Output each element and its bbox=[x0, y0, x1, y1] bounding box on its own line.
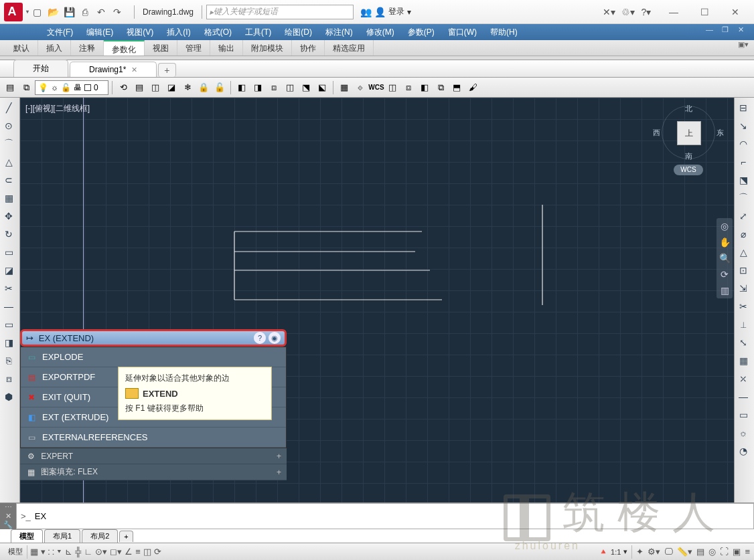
layer-dropdown[interactable]: 💡 ☼ 🔓 🖶 0 bbox=[35, 80, 108, 95]
maximize-button[interactable]: ☐ bbox=[690, 3, 719, 21]
ribbon-toggle-icon[interactable]: ▣▾ bbox=[733, 40, 754, 56]
otrack-icon[interactable]: ∠ bbox=[125, 547, 133, 557]
help-icon[interactable]: ?▾ bbox=[640, 7, 652, 17]
app-logo[interactable]: A bbox=[4, 3, 23, 21]
cycling-icon[interactable]: ⟳ bbox=[154, 547, 161, 557]
draw-tool-icon[interactable]: ╱ bbox=[0, 99, 17, 116]
mdi-restore-icon[interactable]: ❐ bbox=[722, 25, 734, 37]
undo-icon[interactable]: ↶ bbox=[94, 5, 108, 19]
annotation-scale[interactable]: 🔺 1:1▾ bbox=[595, 545, 632, 559]
redo-icon[interactable]: ↷ bbox=[110, 5, 125, 19]
showmotion-icon[interactable]: ▥ bbox=[721, 285, 729, 296]
draw-tool-icon[interactable]: ⬢ bbox=[0, 388, 17, 405]
layer-match-icon[interactable]: ▤ bbox=[132, 80, 147, 95]
search-input[interactable]: ▸ 键入关键字或短语 bbox=[206, 5, 354, 19]
prop-bylayer-icon[interactable]: ▦ bbox=[337, 80, 352, 95]
modify-tool-icon[interactable]: ☼ bbox=[735, 424, 752, 442]
draw-tool-icon[interactable]: ▭ bbox=[0, 316, 17, 333]
draw-tool-icon[interactable]: ◨ bbox=[0, 334, 17, 351]
minimize-button[interactable]: — bbox=[659, 3, 688, 21]
modify-tool-icon[interactable]: — bbox=[735, 388, 752, 405]
ribbon-tab[interactable]: 视图 bbox=[145, 40, 177, 56]
help-icon[interactable]: ? bbox=[254, 332, 266, 344]
ribbon-tab[interactable]: 插入 bbox=[38, 40, 71, 56]
menu-item[interactable]: 参数(P) bbox=[401, 24, 441, 40]
ribbon-tab[interactable]: 参数化 bbox=[104, 40, 145, 56]
modify-tool-icon[interactable]: ⤫ bbox=[735, 370, 752, 387]
lineweight-icon[interactable]: ≡ bbox=[135, 547, 141, 557]
menu-item[interactable]: 格式(O) bbox=[198, 24, 238, 40]
layer-tool2-icon[interactable]: ◨ bbox=[250, 80, 265, 95]
menu-item[interactable]: 帮助(H) bbox=[483, 24, 524, 40]
ribbon-tab[interactable]: 输出 bbox=[210, 40, 243, 56]
navigation-bar[interactable]: ◎ ✋ 🔍 ⟳ ▥ bbox=[717, 218, 733, 298]
layer-tool4-icon[interactable]: ◫ bbox=[283, 80, 297, 95]
autocomplete-item[interactable]: ▭EXPLODE bbox=[21, 347, 286, 367]
viewcube[interactable]: 上 北 南 东 西 WCS bbox=[662, 106, 715, 173]
polar-icon[interactable]: ⊙▾ bbox=[95, 547, 107, 557]
prop-tool2-icon[interactable]: ⧈ bbox=[401, 80, 416, 95]
modify-tool-icon[interactable]: △ bbox=[735, 244, 752, 261]
modify-tool-icon[interactable]: ⤢ bbox=[735, 207, 752, 225]
layout-tab-model[interactable]: 模型 bbox=[11, 529, 43, 543]
workspace-icon[interactable]: ⚙▾ bbox=[648, 547, 660, 557]
snap-toggle-icon[interactable]: ⸬ ▾ bbox=[48, 547, 63, 557]
brush-icon[interactable]: 🖌 bbox=[465, 80, 480, 95]
isolate-icon[interactable]: ◎ bbox=[708, 547, 716, 557]
modify-tool-icon[interactable]: ⊡ bbox=[735, 262, 752, 279]
layer-freeze-icon[interactable]: ❄ bbox=[180, 80, 195, 95]
new-icon[interactable]: ▢ bbox=[29, 5, 44, 19]
layout-tab-add[interactable]: + bbox=[119, 531, 133, 542]
ribbon-tab[interactable]: 协作 bbox=[292, 40, 325, 56]
status-model[interactable]: 模型 bbox=[4, 545, 27, 559]
modify-tool-icon[interactable]: ⊟ bbox=[735, 99, 752, 116]
draw-tool-icon[interactable]: ▦ bbox=[0, 189, 17, 207]
layer-iso-icon[interactable]: ◫ bbox=[148, 80, 163, 95]
draw-tool-icon[interactable]: ⧈ bbox=[0, 370, 17, 387]
ucs-icon[interactable]: WCS bbox=[369, 80, 384, 95]
mdi-close-icon[interactable]: ✕ bbox=[738, 25, 750, 37]
layer-unlock-icon[interactable]: 🔓 bbox=[212, 80, 227, 95]
draw-tool-icon[interactable]: ✥ bbox=[0, 207, 17, 225]
menu-item[interactable]: 文件(F) bbox=[40, 24, 80, 40]
prop-tool5-icon[interactable]: ⬒ bbox=[449, 80, 464, 95]
transparency-icon[interactable]: ◫ bbox=[143, 547, 151, 557]
dynamic-input-icon[interactable]: ╬ bbox=[75, 547, 81, 557]
viewport-label[interactable]: [-][俯视][二维线框] bbox=[25, 103, 90, 114]
prop-match-icon[interactable]: ⟐ bbox=[353, 80, 368, 95]
modify-tool-icon[interactable]: ▦ bbox=[735, 352, 752, 369]
wcs-badge[interactable]: WCS bbox=[674, 165, 703, 175]
menu-item[interactable]: 视图(V) bbox=[120, 24, 160, 40]
ribbon-tab[interactable]: 附加模块 bbox=[243, 40, 292, 56]
layer-states-icon[interactable]: ⧉ bbox=[19, 80, 33, 95]
open-icon[interactable]: 📂 bbox=[46, 5, 60, 19]
menu-item[interactable]: 工具(T) bbox=[238, 24, 278, 40]
ribbon-tab[interactable]: 默认 bbox=[5, 40, 38, 56]
annotation-vis-icon[interactable]: ✦ bbox=[636, 547, 644, 557]
menu-item[interactable]: 绘图(D) bbox=[278, 24, 319, 40]
saveas-icon[interactable]: ⎙ bbox=[78, 5, 92, 19]
modify-tool-icon[interactable]: ⌐ bbox=[735, 153, 752, 171]
layer-combo-icon[interactable]: ▤ bbox=[3, 80, 17, 95]
layer-tool5-icon[interactable]: ⬔ bbox=[299, 80, 313, 95]
osnap-icon[interactable]: ◻▾ bbox=[110, 547, 122, 557]
customize-icon[interactable]: ≡ bbox=[745, 547, 750, 557]
draw-tool-icon[interactable]: ◪ bbox=[0, 262, 17, 279]
menu-item[interactable]: 窗口(W) bbox=[441, 24, 483, 40]
tab-start[interactable]: 开始 bbox=[13, 60, 68, 77]
modify-tool-icon[interactable]: ⟂ bbox=[735, 316, 752, 333]
autocomplete-item[interactable]: ▭EXTERNALREFERENCES bbox=[21, 428, 286, 448]
sysvar-flex[interactable]: ▦ 图案填充: FLEX+ bbox=[20, 464, 287, 480]
prop-tool3-icon[interactable]: ◧ bbox=[417, 80, 432, 95]
layout-tab-2[interactable]: 布局2 bbox=[82, 529, 118, 543]
hardware-icon[interactable]: ⛶ bbox=[720, 547, 729, 557]
tab-add[interactable]: + bbox=[158, 63, 175, 77]
ribbon-tab[interactable]: 管理 bbox=[177, 40, 210, 56]
draw-tool-icon[interactable]: ⊂ bbox=[0, 171, 17, 189]
layer-off-icon[interactable]: ◪ bbox=[164, 80, 179, 95]
draw-tool-icon[interactable]: ▭ bbox=[0, 244, 17, 261]
close-button[interactable]: ✕ bbox=[721, 3, 750, 21]
infer-icon[interactable]: ⊾ bbox=[65, 547, 72, 557]
layer-tool1-icon[interactable]: ◧ bbox=[234, 80, 249, 95]
save-icon[interactable]: 💾 bbox=[62, 5, 76, 19]
